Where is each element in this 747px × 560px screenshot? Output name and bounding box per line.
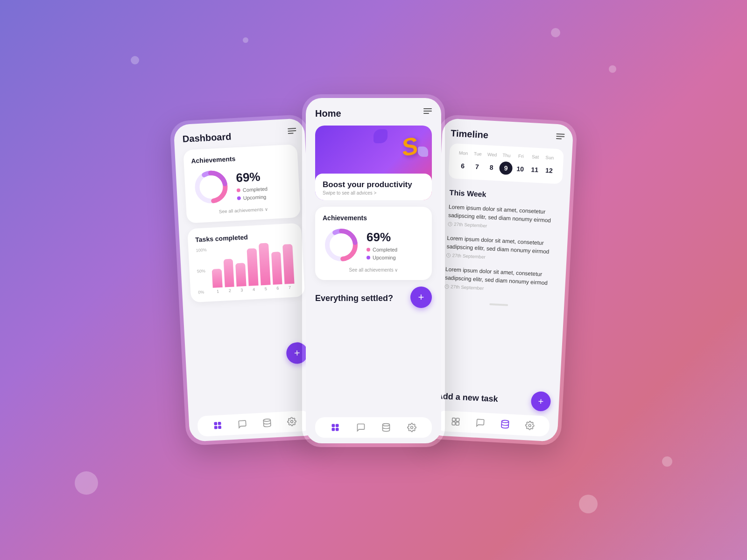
cal-day-11[interactable]: 11 [527,163,542,177]
dashboard-tasks-card: Tasks completed 100% 50% 0% 1 [187,223,305,303]
middle-achievements-stats: 69% Completed Upcoming [366,230,397,260]
bar-col-4: 4 [247,248,259,292]
nav-chat-middle[interactable] [355,422,366,433]
cal-day-7[interactable]: 7 [470,160,485,174]
achievements-content: 69% Completed Upcoming [191,164,292,207]
svg-rect-21 [452,418,455,421]
svg-point-25 [501,420,508,423]
bar-chart: 1 2 3 4 [208,243,297,294]
cal-day-9-today[interactable]: 9 [499,161,513,175]
cal-header: Mon Tue Wed Thu Fri Sat Sun [456,150,557,161]
bar-chart-row: 100% 50% 0% 1 2 [196,243,297,295]
cal-wed: Wed [485,152,499,158]
nav-grid-right[interactable] [450,416,461,427]
bar-col-6: 6 [271,252,282,291]
tasks-title: Tasks completed [195,231,295,244]
this-week-section: This Week Lorem ipsum dolor sit amet, co… [442,189,562,302]
middle-see-all[interactable]: See all achievements ∨ [323,267,424,273]
svg-rect-5 [214,426,217,429]
middle-upcoming-dot [366,256,370,259]
phone-timeline-inner: Timeline Mon Tue Wed Thu Fri Sat Sun [426,118,573,442]
middle-donut-chart [323,226,360,264]
svg-point-8 [290,420,293,423]
bar-col-2: 2 [223,259,234,294]
middle-legend-completed: Completed [366,247,397,252]
phones-container: Dashboard Achievements [164,104,583,456]
dashboard-header: Dashboard [182,128,296,145]
timeline-menu-icon[interactable] [556,133,565,140]
clock-icon-3 [444,284,450,289]
nav-db-left[interactable] [261,417,273,429]
phone-dashboard-inner: Dashboard Achievements [173,118,320,442]
timeline-fab[interactable]: + [530,391,551,412]
cal-day-10[interactable]: 10 [513,162,528,176]
bar-col-5: 5 [259,243,271,292]
nav-db-middle[interactable] [381,422,392,433]
bar-col-3: 3 [236,263,247,293]
upcoming-dot [237,196,241,200]
middle-legend-upcoming: Upcoming [366,255,397,260]
svg-rect-24 [456,422,459,425]
home-menu-icon[interactable] [423,108,432,114]
cal-tue: Tue [471,151,485,157]
svg-rect-22 [456,418,459,421]
nav-settings-left[interactable] [286,416,297,427]
cal-sat: Sat [528,154,543,160]
cal-day-6[interactable]: 6 [455,159,470,173]
nav-grid-middle[interactable] [330,422,341,433]
svg-rect-23 [452,422,455,425]
svg-rect-12 [332,424,335,427]
cal-day-12[interactable]: 12 [542,163,557,177]
bar-4 [247,248,259,286]
boost-card-text [323,133,424,161]
bar-col-1: 1 [212,269,223,294]
timeline-item-1: Lorem ipsum dolor sit amet, consetetur s… [448,203,559,232]
settled-row: Everything settled? + [315,287,432,310]
boost-card[interactable]: S Boost your productivity Swipe to see a… [315,126,432,200]
drag-bar [489,303,508,306]
dashboard-achievements-card: Achievements 69% [183,144,301,224]
middle-stat-percent: 69% [366,230,397,245]
bg-circle-2 [243,37,248,43]
completed-dot [237,188,240,192]
timeline-title: Timeline [451,128,489,140]
timeline-item-2: Lorem ipsum dolor sit amet, consetetur s… [446,234,557,263]
donut-chart [191,168,231,207]
legend-completed: Completed [237,186,268,193]
bg-circle-8 [579,495,598,513]
nav-chat-left[interactable] [236,418,248,430]
clock-icon-2 [446,252,451,258]
this-week-title: This Week [449,189,560,203]
nav-chat-right[interactable] [474,417,486,429]
nav-grid-left[interactable] [211,420,223,431]
dashboard-menu-icon[interactable] [288,128,296,134]
nav-settings-middle[interactable] [406,422,417,433]
middle-completed-dot [366,248,370,252]
boost-white-title: Boost your productivity [323,180,424,189]
svg-rect-6 [218,426,221,429]
nav-settings-right[interactable] [524,420,536,431]
home-fab[interactable]: + [410,287,432,308]
middle-achievements-content: 69% Completed Upcoming [323,226,424,264]
nav-db-right[interactable] [499,418,511,430]
middle-achievements-title: Achievements [323,214,424,222]
home-title: Home [315,108,341,119]
svg-rect-3 [214,422,217,425]
y-labels: 100% 50% 0% [196,247,209,294]
svg-rect-4 [218,422,221,425]
bar-1 [212,269,223,288]
add-task-row: Add a new task + [437,382,551,412]
see-all-achievements[interactable]: See all achievements ∨ [194,205,293,216]
phone-home: Home S Boo [302,94,445,447]
bg-circle-4 [609,65,616,73]
bg-circle-1 [131,56,139,64]
achievements-stats: 69% Completed Upcoming [236,169,268,201]
svg-rect-14 [332,428,335,431]
bg-circle-3 [551,28,560,37]
svg-rect-15 [336,428,339,431]
cal-day-8[interactable]: 8 [484,161,499,175]
drag-indicator [442,301,556,309]
boost-white-section: Boost your productivity Swipe to see all… [315,174,432,200]
settled-title: Everything settled? [315,294,393,303]
home-bottom-nav [315,417,432,438]
